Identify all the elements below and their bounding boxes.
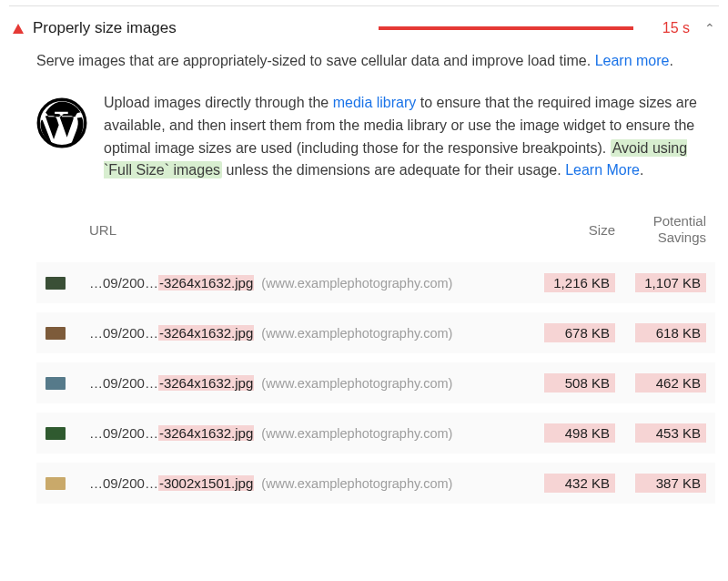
size-cell: 1,216 KB: [528, 273, 615, 292]
url-prefix: …09/200…: [89, 375, 158, 391]
opportunity-table: URL Size Potential Savings …09/200…-3264…: [36, 208, 715, 504]
url-prefix: …09/200…: [89, 325, 158, 341]
column-size: Size: [528, 222, 615, 238]
savings-cell: 1,107 KB: [615, 273, 706, 292]
fail-triangle-icon: [13, 24, 24, 34]
size-cell: 432 KB: [528, 474, 615, 493]
url-highlighted: -3264x1632.jpg: [158, 325, 254, 341]
url-cell: …09/200…-3264x1632.jpg(www.examplephotog…: [89, 425, 528, 441]
url-domain: (www.examplephotography.com): [261, 376, 452, 391]
wordpress-icon: [36, 97, 87, 148]
image-thumbnail: [46, 427, 66, 440]
url-highlighted: -3264x1632.jpg: [158, 375, 254, 391]
url-domain: (www.examplephotography.com): [261, 426, 452, 441]
chevron-up-icon[interactable]: ⌃: [704, 21, 715, 36]
savings-cell: 387 KB: [615, 474, 706, 493]
table-row[interactable]: …09/200…-3264x1632.jpg(www.examplephotog…: [36, 262, 715, 303]
url-cell: …09/200…-3264x1632.jpg(www.examplephotog…: [89, 275, 528, 290]
url-prefix: …09/200…: [89, 475, 158, 491]
url-cell: …09/200…-3264x1632.jpg(www.examplephotog…: [89, 325, 528, 341]
audit-title: Properly size images: [33, 19, 177, 37]
url-cell: …09/200…-3264x1632.jpg(www.examplephotog…: [89, 375, 528, 391]
url-domain: (www.examplephotography.com): [261, 326, 452, 341]
image-thumbnail: [46, 377, 66, 390]
url-domain: (www.examplephotography.com): [261, 476, 452, 491]
url-prefix: …09/200…: [89, 425, 158, 441]
media-library-link[interactable]: media library: [333, 95, 417, 110]
url-highlighted: -3002x1501.jpg: [158, 475, 254, 491]
savings-cell: 618 KB: [615, 323, 706, 342]
column-savings: Potential Savings: [615, 213, 706, 246]
column-url: URL: [89, 222, 528, 238]
url-highlighted: -3264x1632.jpg: [158, 425, 254, 441]
description-text: Serve images that are appropriately-size…: [36, 53, 595, 68]
audit-header[interactable]: Properly size images 15 s ⌃: [9, 6, 719, 46]
table-row[interactable]: …09/200…-3264x1632.jpg(www.examplephotog…: [36, 413, 715, 454]
url-domain: (www.examplephotography.com): [261, 276, 452, 290]
table-row[interactable]: …09/200…-3002x1501.jpg(www.examplephotog…: [36, 463, 715, 504]
audit-item: Properly size images 15 s ⌃ Serve images…: [9, 5, 719, 522]
audit-body: Serve images that are appropriately-size…: [9, 46, 719, 522]
impact-bar: [379, 26, 633, 30]
table-row[interactable]: …09/200…-3264x1632.jpg(www.examplephotog…: [36, 312, 715, 353]
savings-cell: 453 KB: [615, 423, 706, 443]
image-thumbnail: [46, 327, 66, 340]
image-thumbnail: [46, 477, 66, 490]
table-row[interactable]: …09/200…-3264x1632.jpg(www.examplephotog…: [36, 362, 715, 403]
table-header: URL Size Potential Savings: [36, 208, 715, 262]
audit-time: 15 s: [662, 20, 690, 36]
stack-tip-text: Upload images directly through the media…: [104, 92, 715, 182]
size-cell: 678 KB: [528, 323, 615, 342]
savings-cell: 462 KB: [615, 373, 706, 392]
size-cell: 498 KB: [528, 423, 615, 443]
tip-learn-more-link[interactable]: Learn More: [565, 162, 640, 178]
learn-more-link[interactable]: Learn more: [595, 53, 670, 68]
audit-description: Serve images that are appropriately-size…: [36, 50, 715, 72]
stack-tip: Upload images directly through the media…: [36, 92, 715, 182]
url-prefix: …09/200…: [89, 275, 158, 290]
url-cell: …09/200…-3002x1501.jpg(www.examplephotog…: [89, 475, 528, 491]
image-thumbnail: [46, 277, 66, 290]
size-cell: 508 KB: [528, 373, 615, 392]
url-highlighted: -3264x1632.jpg: [158, 275, 254, 290]
